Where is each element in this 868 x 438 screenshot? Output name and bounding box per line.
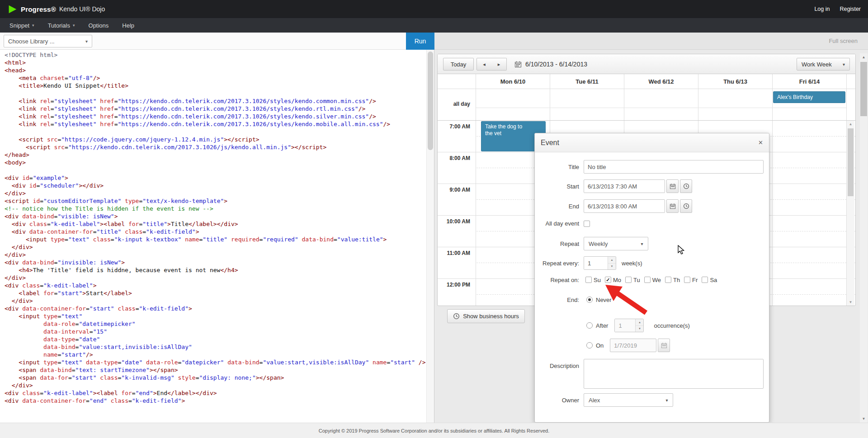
all-day-cell[interactable]: [698, 89, 772, 120]
register-link[interactable]: Register: [840, 6, 861, 12]
spin-up-icon[interactable]: ▲: [636, 319, 643, 326]
scheduler-cell[interactable]: [772, 216, 846, 247]
code-line[interactable]: [5, 128, 426, 136]
repeat-day-mo-checkbox[interactable]: ✓: [605, 277, 611, 283]
repeat-day-tu-checkbox[interactable]: [625, 277, 632, 283]
code-line[interactable]: <div data-container-for="end" class="k-e…: [5, 397, 426, 405]
code-line[interactable]: </div>: [5, 189, 426, 197]
code-line[interactable]: </head>: [5, 151, 426, 159]
repeat-day-sa-checkbox[interactable]: [702, 277, 708, 283]
code-editor[interactable]: <!DOCTYPE html><html><head> <meta charse…: [0, 50, 434, 423]
repeat-day-th-checkbox[interactable]: [665, 277, 671, 283]
scheduler-cell[interactable]: [772, 121, 846, 152]
code-content[interactable]: <!DOCTYPE html><html><head> <meta charse…: [0, 50, 426, 423]
all-day-cell[interactable]: [476, 89, 550, 120]
scheduler-scrollbar[interactable]: ▲ ▼: [847, 121, 854, 306]
event-alexs-birthday[interactable]: Alex's Birthday: [773, 91, 845, 103]
scheduler-cell[interactable]: [772, 247, 846, 278]
code-line[interactable]: </div>: [5, 274, 426, 282]
show-business-hours-button[interactable]: Show business hours: [447, 309, 525, 323]
scroll-up-icon[interactable]: ▲: [847, 121, 854, 127]
code-line[interactable]: [5, 166, 426, 174]
view-selector-work-week[interactable]: Work Week ▾: [797, 58, 850, 71]
start-calendar-button[interactable]: [666, 179, 679, 193]
code-line[interactable]: data-interval="15": [5, 328, 426, 335]
code-line[interactable]: <input type="text" class="k-input k-text…: [5, 235, 426, 243]
day-header[interactable]: Mon 6/10: [476, 74, 550, 89]
editor-scrollbar[interactable]: [426, 50, 434, 423]
code-line[interactable]: <div data-container-for="start" class="k…: [5, 305, 426, 312]
code-line[interactable]: <h4>The 'Title' field is hiddne, because…: [5, 266, 426, 274]
day-header[interactable]: Fri 6/14: [772, 74, 846, 89]
day-header[interactable]: Wed 6/12: [624, 74, 698, 89]
day-header[interactable]: Thu 6/13: [698, 74, 772, 89]
scheduler-cell[interactable]: [772, 184, 846, 215]
code-line[interactable]: </div>: [5, 381, 426, 389]
scheduler-cell[interactable]: [772, 152, 846, 184]
end-calendar-button[interactable]: [666, 199, 679, 213]
menu-item-tutorials[interactable]: Tutorials▾: [41, 18, 82, 33]
code-line[interactable]: <!DOCTYPE html>: [5, 51, 426, 59]
end-never-radio[interactable]: [586, 297, 593, 303]
dialog-titlebar[interactable]: Event ✕: [535, 133, 769, 152]
code-line[interactable]: <input type="text" data-type="date" data…: [5, 358, 426, 366]
prev-button[interactable]: ◂: [476, 58, 492, 71]
scheduler-cell[interactable]: [772, 279, 846, 306]
scheduler-scrollbar-thumb[interactable]: [848, 128, 854, 196]
scroll-down-icon[interactable]: ▼: [847, 299, 854, 306]
code-line[interactable]: <title>Kendo UI Snippet</title>: [5, 82, 426, 89]
end-clock-button[interactable]: [680, 199, 692, 213]
code-line[interactable]: <div id="scheduler"></div>: [5, 182, 426, 189]
description-textarea[interactable]: [584, 359, 764, 389]
code-line[interactable]: <html>: [5, 59, 426, 66]
end-after-radio[interactable]: [586, 322, 593, 329]
repeat-day-we-checkbox[interactable]: [644, 277, 651, 283]
menu-item-options[interactable]: Options: [82, 18, 116, 33]
menu-item-snippet[interactable]: Snippet▾: [3, 18, 41, 33]
code-line[interactable]: <link rel="stylesheet" href="https://ken…: [5, 97, 426, 105]
code-line[interactable]: <div class="k-edit-label"><label for="ti…: [5, 220, 426, 228]
on-calendar-button[interactable]: [658, 339, 670, 352]
repeat-day-su-checkbox[interactable]: [585, 277, 592, 283]
code-line[interactable]: <input type="text": [5, 312, 426, 320]
code-line[interactable]: data-type="date": [5, 335, 426, 343]
preview-scrollbar-thumb[interactable]: [860, 62, 867, 116]
code-line[interactable]: </div>: [5, 251, 426, 259]
code-line[interactable]: </div>: [5, 243, 426, 251]
code-line[interactable]: <body>: [5, 159, 426, 166]
calendar-icon[interactable]: [514, 61, 522, 70]
code-line[interactable]: <script src="https://code.jquery.com/jqu…: [5, 136, 426, 143]
choose-library-select[interactable]: Choose Library ... ▾: [4, 35, 92, 47]
code-line[interactable]: <meta charset="utf-8"/>: [5, 74, 426, 82]
after-occurrences-input[interactable]: [615, 319, 635, 332]
code-line[interactable]: <div data-bind="visible: isNew">: [5, 212, 426, 220]
code-line[interactable]: <!-- notice how the Title is hidden if t…: [5, 205, 426, 212]
full-screen-button[interactable]: Full screen: [829, 38, 858, 44]
code-line[interactable]: <div class="k-edit-label">: [5, 282, 426, 289]
menu-item-help[interactable]: Help: [115, 18, 141, 33]
close-icon[interactable]: ✕: [758, 139, 763, 146]
scroll-down-icon[interactable]: ▼: [860, 415, 868, 423]
code-line[interactable]: <head>: [5, 66, 426, 74]
repeat-every-input[interactable]: [584, 257, 608, 269]
repeat-day-fr-checkbox[interactable]: [684, 277, 690, 283]
scroll-up-icon[interactable]: ▲: [860, 53, 868, 61]
spin-up-icon[interactable]: ▲: [608, 257, 616, 264]
code-line[interactable]: [5, 89, 426, 97]
code-line[interactable]: <label for="start">Start</label>: [5, 289, 426, 297]
code-line[interactable]: <span data-for="start" class="k-invalid-…: [5, 374, 426, 381]
code-line[interactable]: <div id="example">: [5, 174, 426, 182]
code-line[interactable]: data-bind="value:start,invisible:isAllDa…: [5, 343, 426, 351]
end-on-date-input[interactable]: [610, 339, 656, 352]
start-datetime-input[interactable]: [584, 179, 665, 193]
login-link[interactable]: Log in: [814, 6, 830, 12]
today-button[interactable]: Today: [443, 58, 474, 71]
code-line[interactable]: <script id="customEditorTemplate" type="…: [5, 197, 426, 205]
owner-select[interactable]: Alex ▾: [584, 393, 673, 407]
code-line[interactable]: </div>: [5, 297, 426, 305]
date-range-label[interactable]: 6/10/2013 - 6/14/2013: [525, 61, 587, 68]
all-day-checkbox[interactable]: [584, 221, 590, 227]
preview-scrollbar[interactable]: ▲ ▼: [860, 53, 868, 423]
brand[interactable]: Progress® Kendo UI® Dojo: [7, 4, 105, 14]
code-line[interactable]: name="start"/>: [5, 351, 426, 358]
